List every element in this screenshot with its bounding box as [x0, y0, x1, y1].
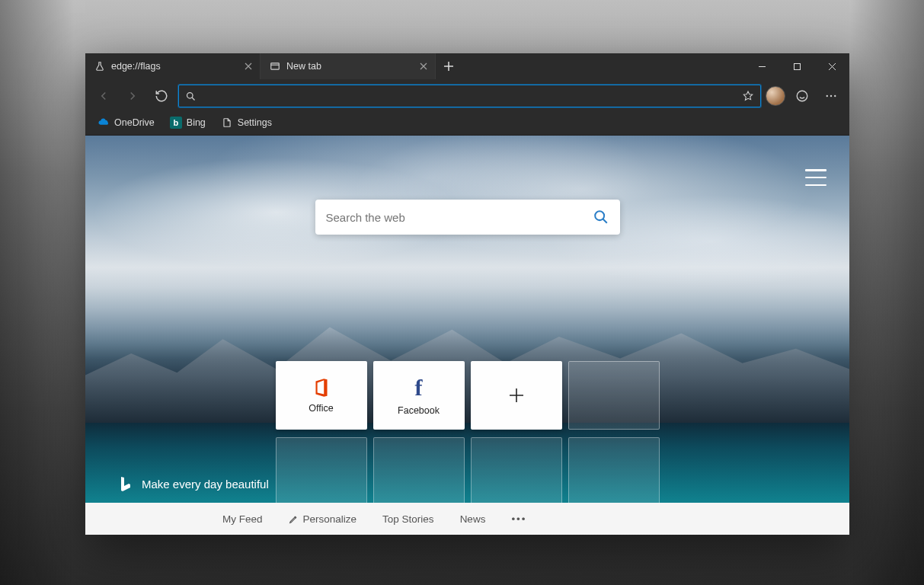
- tab-flags[interactable]: edge://flags: [85, 53, 261, 79]
- forward-button[interactable]: [120, 84, 145, 108]
- window-controls: [744, 53, 849, 79]
- address-input[interactable]: [203, 90, 736, 102]
- favorite-settings[interactable]: Settings: [215, 114, 278, 131]
- tab-label: New tab: [286, 61, 321, 72]
- top-sites-row-1: Office f Facebook: [276, 361, 660, 430]
- svg-point-5: [830, 95, 832, 97]
- feed-personalize[interactable]: Personalize: [289, 513, 357, 525]
- svg-rect-0: [271, 63, 280, 69]
- tab-newtab[interactable]: New tab: [261, 53, 436, 79]
- tile-facebook[interactable]: f Facebook: [373, 361, 465, 430]
- feed-topstories[interactable]: Top Stories: [382, 513, 434, 525]
- svg-point-3: [797, 91, 807, 101]
- tab-close-button[interactable]: [245, 62, 252, 70]
- svg-point-6: [834, 95, 836, 97]
- tile-label: Facebook: [398, 405, 440, 416]
- toolbar: [85, 79, 849, 113]
- plus-icon: [508, 387, 525, 404]
- tagline-text: Make every day beautiful: [142, 478, 269, 491]
- favorite-star-button[interactable]: [742, 90, 754, 102]
- favorite-label: OneDrive: [114, 117, 155, 128]
- tile-empty[interactable]: [471, 437, 562, 506]
- address-bar[interactable]: [178, 85, 761, 107]
- tab-label: edge://flags: [111, 61, 161, 72]
- browser-window: edge://flags New tab: [85, 53, 849, 535]
- favorites-bar: OneDrive b Bing Settings: [85, 113, 849, 136]
- page-icon: [221, 117, 233, 129]
- tile-add[interactable]: [471, 361, 562, 430]
- favorite-label: Settings: [238, 117, 272, 128]
- tile-empty[interactable]: [276, 437, 367, 506]
- onedrive-icon: [98, 117, 110, 129]
- new-tab-button[interactable]: [436, 53, 462, 79]
- web-search-input[interactable]: [326, 211, 593, 224]
- web-search-box[interactable]: [315, 200, 620, 235]
- flask-icon: [94, 61, 105, 72]
- tile-empty[interactable]: [373, 437, 465, 506]
- tile-empty[interactable]: [568, 437, 660, 506]
- svg-point-4: [826, 95, 828, 97]
- tile-empty[interactable]: [568, 361, 660, 430]
- desktop-wallpaper: edge://flags New tab: [0, 0, 924, 585]
- profile-avatar[interactable]: [766, 86, 785, 106]
- feed-bar: My Feed Personalize Top Stories News •••: [85, 503, 849, 535]
- page-content: Office f Facebook: [85, 136, 849, 535]
- favorite-bing[interactable]: b Bing: [164, 114, 212, 131]
- tab-strip: edge://flags New tab: [85, 53, 849, 79]
- newtab-icon: [270, 61, 280, 72]
- office-icon: [312, 377, 331, 398]
- page-hamburger-button[interactable]: [805, 169, 826, 186]
- window-maximize-button[interactable]: [779, 53, 814, 79]
- favorite-label: Bing: [187, 117, 206, 128]
- tile-label: Office: [309, 403, 333, 414]
- pencil-icon: [289, 514, 299, 524]
- bing-logo-icon: [119, 475, 133, 492]
- tab-close-button[interactable]: [420, 62, 427, 70]
- feed-news[interactable]: News: [460, 513, 486, 525]
- window-minimize-button[interactable]: [744, 53, 779, 79]
- feed-more-button[interactable]: •••: [511, 513, 526, 525]
- window-close-button[interactable]: [814, 53, 849, 79]
- refresh-button[interactable]: [149, 84, 174, 108]
- feed-myfeed[interactable]: My Feed: [222, 513, 263, 525]
- svg-point-2: [187, 92, 193, 98]
- search-icon: [185, 91, 197, 102]
- feedback-smiley-button[interactable]: [790, 84, 814, 108]
- settings-more-button[interactable]: [819, 84, 843, 108]
- web-search-button[interactable]: [593, 209, 609, 225]
- svg-rect-1: [794, 63, 800, 69]
- bing-icon: b: [170, 117, 182, 129]
- back-button[interactable]: [91, 84, 116, 108]
- feed-label: Personalize: [303, 513, 357, 525]
- tile-office[interactable]: Office: [276, 361, 367, 430]
- bing-tagline: Make every day beautiful: [119, 475, 269, 492]
- favorite-onedrive[interactable]: OneDrive: [91, 114, 161, 131]
- top-sites-row-2: [276, 437, 660, 506]
- facebook-icon: f: [415, 375, 423, 401]
